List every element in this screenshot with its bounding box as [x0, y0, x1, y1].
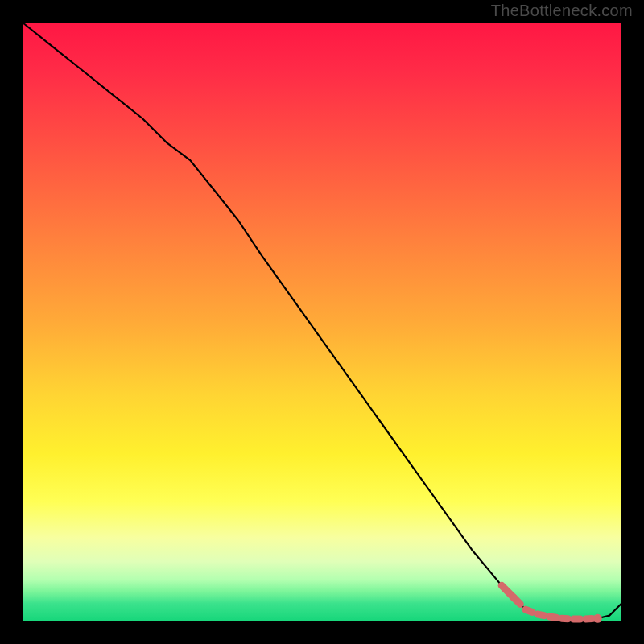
svg-point-8 [593, 614, 602, 623]
bottleneck-curve-line [23, 23, 621, 619]
highlight-zone [502, 585, 602, 622]
svg-line-4 [550, 617, 556, 617]
svg-line-2 [526, 609, 532, 612]
plot-area [23, 23, 621, 621]
svg-line-1 [514, 597, 520, 604]
chart-frame: TheBottleneck.com [0, 0, 644, 644]
watermark-text: TheBottleneck.com [491, 2, 633, 20]
svg-line-3 [538, 614, 544, 616]
curve-svg [23, 23, 621, 621]
